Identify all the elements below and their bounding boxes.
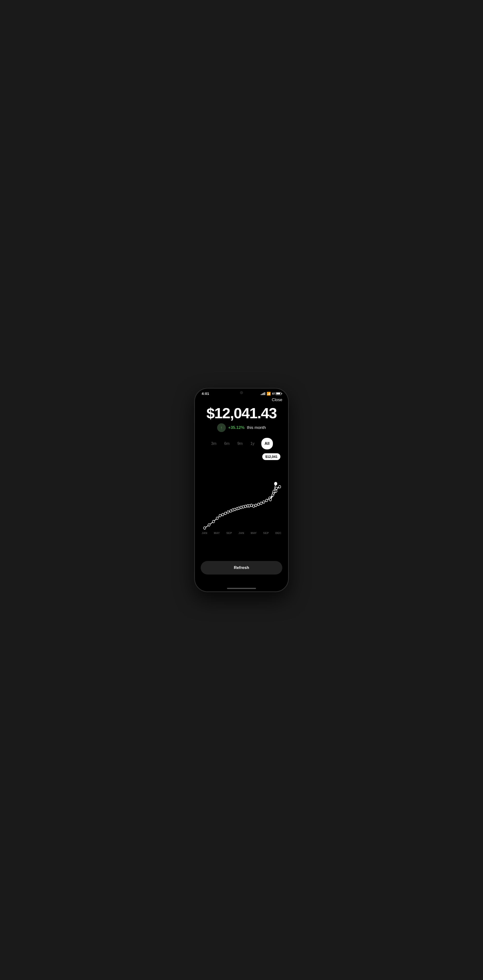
battery-box	[276, 392, 281, 395]
change-percentage: +35.12%	[228, 425, 245, 430]
x-label-jan1: JAN	[202, 531, 207, 535]
status-bar: 4:01 📶 87	[195, 388, 288, 396]
svg-point-30	[276, 487, 278, 490]
home-indicator	[227, 588, 256, 589]
svg-point-17	[248, 504, 250, 507]
x-label-may1: MAY	[214, 531, 220, 535]
svg-point-2	[212, 520, 214, 523]
x-label-may2: MAY	[251, 531, 257, 535]
camera-dot	[240, 391, 243, 394]
period-3m[interactable]: 3m	[210, 439, 218, 448]
period-all[interactable]: All	[261, 438, 273, 449]
x-label-sep2: SEP	[263, 531, 269, 535]
close-button[interactable]: Close	[272, 398, 282, 402]
status-time: 4:01	[202, 391, 209, 396]
svg-point-22	[260, 502, 262, 505]
change-period-label: this month	[247, 425, 266, 430]
battery-text: 87	[272, 392, 275, 395]
x-label-sep1: SEP	[226, 531, 232, 535]
chart-container: $12,041	[201, 453, 282, 531]
x-axis-labels: JAN MAY SEP JAN MAY SEP DEC	[201, 531, 282, 535]
svg-point-5	[222, 514, 224, 516]
svg-point-18	[250, 504, 253, 507]
svg-point-0	[203, 527, 206, 529]
refresh-button[interactable]: Refresh	[201, 561, 282, 574]
svg-point-10	[234, 508, 236, 511]
battery-indicator: 87	[272, 392, 281, 395]
svg-point-31	[278, 485, 281, 488]
svg-point-1	[208, 523, 210, 526]
svg-point-13	[240, 506, 242, 509]
battery-fill	[276, 393, 280, 395]
svg-point-23	[263, 501, 265, 503]
svg-point-24	[265, 499, 268, 502]
svg-point-7	[227, 511, 229, 514]
app-content: Close $12,041.43 ↑ +35.12% this month 3m…	[195, 396, 288, 535]
x-label-jan2: JAN	[238, 531, 245, 535]
svg-point-32	[273, 490, 275, 493]
svg-point-15	[245, 505, 246, 508]
status-icons: 📶 87	[261, 392, 281, 396]
camera-notch	[227, 388, 256, 397]
svg-point-20	[255, 504, 257, 507]
signal-bars-icon	[261, 392, 265, 395]
up-arrow-icon: ↑	[220, 425, 222, 430]
refresh-button-container: Refresh	[201, 561, 282, 574]
period-9m[interactable]: 9m	[237, 439, 244, 448]
period-1y[interactable]: 1y	[249, 439, 256, 448]
svg-point-33	[274, 482, 277, 485]
svg-point-28	[269, 498, 272, 501]
svg-point-4	[219, 514, 221, 517]
phone-frame: 4:01 📶 87 Close $12,041.	[194, 388, 289, 592]
svg-point-14	[242, 506, 245, 508]
svg-point-8	[230, 510, 232, 512]
svg-point-21	[257, 503, 260, 506]
close-button-row: Close	[201, 396, 282, 404]
svg-point-3	[216, 517, 218, 520]
portfolio-chart	[201, 453, 282, 531]
svg-point-12	[238, 507, 240, 509]
change-arrow-icon: ↑	[217, 423, 226, 432]
price-tooltip: $12,041	[262, 453, 280, 460]
wifi-icon: 📶	[267, 392, 271, 396]
period-6m[interactable]: 6m	[223, 439, 230, 448]
portfolio-amount: $12,041.43	[201, 405, 282, 421]
change-row: ↑ +35.12% this month	[201, 423, 282, 432]
period-selector: 3m 6m 9m 1y All	[201, 438, 282, 449]
svg-point-19	[253, 505, 255, 508]
x-label-dec: DEC	[275, 531, 281, 535]
svg-point-6	[224, 512, 227, 515]
